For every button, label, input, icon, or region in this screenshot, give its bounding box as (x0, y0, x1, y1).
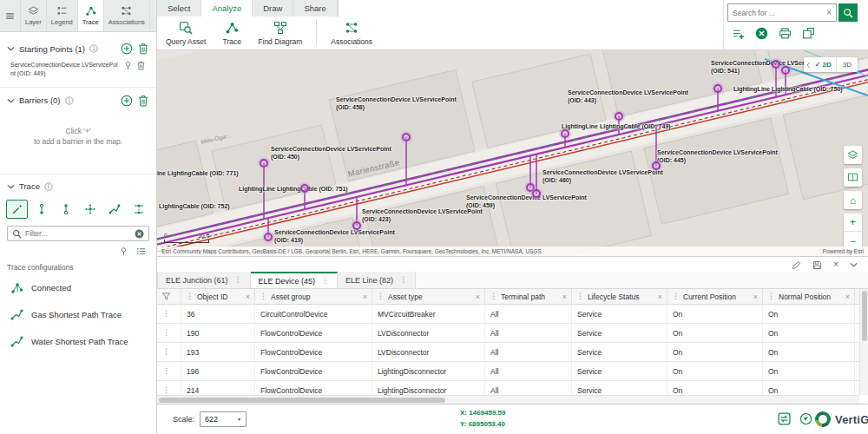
ribbon-tab-select[interactable]: Select (157, 0, 201, 16)
isolation-trace-tool[interactable] (128, 200, 149, 219)
upstream-trace-tool[interactable] (30, 200, 52, 219)
ribbon-tab-draw[interactable]: Draw (253, 0, 293, 16)
locate-icon[interactable] (799, 412, 812, 425)
drag-handle-icon[interactable]: ⋮ (260, 293, 267, 300)
trace-config-item[interactable]: Water Shortest Path Trace (0, 328, 156, 355)
ribbon-tab-share[interactable]: Share (293, 0, 337, 16)
zoom-in-button[interactable]: + (844, 214, 862, 232)
mode-3d-button[interactable]: 3D (837, 61, 858, 69)
row-menu-icon[interactable]: ⋮ (162, 348, 170, 356)
search-button[interactable] (838, 3, 858, 22)
clear-search-icon[interactable]: × (826, 9, 832, 17)
select-on-map-icon[interactable] (119, 247, 128, 256)
filter-input[interactable] (25, 229, 131, 238)
associations-button[interactable]: Associations (325, 17, 378, 49)
info-icon[interactable] (89, 44, 98, 53)
table-row[interactable]: ⋮196FlowControlDeviceLightingDisconnecto… (157, 362, 868, 381)
collapse-panel-icon[interactable] (850, 262, 858, 267)
result-tab[interactable]: ELE Junction (61)⋮ (157, 272, 251, 288)
row-menu-icon[interactable]: ⋮ (162, 310, 170, 318)
drag-handle-icon[interactable]: ⋮ (377, 293, 385, 300)
drag-handle-icon[interactable]: ⋮ (672, 293, 680, 300)
result-tab[interactable]: ELE Device (45)⋮ (251, 272, 339, 288)
ribbon-tab-analyze[interactable]: Analyze (201, 0, 253, 16)
clear-barriers-icon[interactable] (137, 95, 149, 107)
vertical-scrollbar[interactable] (859, 289, 868, 395)
drag-handle-icon[interactable]: ⋮ (186, 293, 194, 300)
tab-menu-icon[interactable]: ⋮ (234, 276, 242, 284)
column-header-object-id[interactable]: ⋮Object ID× (181, 289, 255, 304)
chevron-down-icon[interactable] (7, 184, 15, 189)
sidebar-tab-associations[interactable]: Associations (104, 0, 150, 31)
info-icon[interactable] (44, 182, 53, 191)
delete-icon[interactable] (136, 61, 146, 70)
result-tab[interactable]: ELE Line (82)⋮ (338, 272, 416, 288)
sidebar-tab-layer[interactable]: Layer (21, 0, 47, 31)
close-panel-icon[interactable]: × (833, 260, 838, 269)
list-view-icon[interactable] (136, 247, 146, 256)
coordinate-system-icon[interactable] (778, 412, 791, 425)
table-row[interactable]: ⋮193FlowControlDeviceLVDisconnectorAllSe… (157, 343, 868, 362)
column-header-normal-position[interactable]: ⋮Normal Position× (763, 289, 855, 304)
column-header-current-position[interactable]: ⋮Current Position× (667, 289, 763, 304)
trace-config-item[interactable]: Connected (0, 274, 156, 301)
sidebar-tab-trace[interactable]: Trace (78, 0, 104, 31)
horizontal-scrollbar[interactable] (157, 395, 859, 404)
row-menu-icon[interactable]: ⋮ (162, 386, 170, 394)
remove-column-icon[interactable]: × (363, 293, 367, 301)
starting-point-item[interactable]: ServiceConnectionDevice LVServicePoint (… (0, 60, 156, 87)
table-row[interactable]: ⋮190FlowControlDeviceLVDisconnectorAllSe… (157, 324, 868, 343)
column-header-asset-type[interactable]: ⋮Asset type× (372, 289, 485, 304)
column-header-asset-group[interactable]: ⋮Asset group× (255, 289, 372, 304)
downstream-trace-tool[interactable] (55, 200, 76, 219)
row-menu-icon[interactable]: ⋮ (162, 329, 170, 337)
add-data-icon[interactable] (732, 27, 745, 40)
trace-button[interactable]: Trace (212, 17, 252, 49)
sidebar-menu-tab[interactable] (0, 0, 21, 31)
layers-tool-button[interactable] (844, 146, 862, 164)
drag-handle-icon[interactable]: ⋮ (767, 293, 775, 300)
find-diagram-button[interactable]: Find Diagram (252, 17, 308, 49)
trace-wand-tool[interactable] (6, 200, 28, 219)
locate-icon[interactable] (123, 61, 133, 70)
print-icon[interactable] (779, 27, 792, 40)
tab-menu-icon[interactable]: ⋮ (399, 276, 407, 284)
bookmarks-tool-button[interactable] (844, 168, 862, 187)
export-map-icon[interactable] (802, 27, 815, 40)
drag-handle-icon[interactable]: ⋮ (490, 293, 497, 300)
search-input[interactable] (733, 9, 824, 17)
table-row[interactable]: ⋮36CircuitControlDeviceMVCircuitBreakerA… (157, 305, 868, 324)
edit-icon[interactable] (792, 260, 801, 270)
remove-column-icon[interactable]: × (246, 293, 250, 301)
save-icon[interactable] (812, 260, 822, 270)
home-button[interactable]: ⌂ (844, 191, 862, 209)
clear-filter-icon[interactable] (135, 229, 144, 239)
chevron-down-icon[interactable] (7, 46, 15, 51)
column-header-lifecycle-status[interactable]: ⋮Lifecycle Status× (572, 289, 667, 304)
add-starting-point-icon[interactable] (121, 43, 133, 55)
cancel-icon[interactable] (755, 27, 768, 40)
shortest-path-trace-tool[interactable] (103, 200, 125, 219)
trace-config-item[interactable]: Gas Shortest Path Trace (0, 301, 156, 328)
remove-column-icon[interactable]: × (476, 293, 480, 301)
subnetwork-trace-tool[interactable] (79, 200, 101, 219)
info-icon[interactable] (65, 96, 74, 105)
remove-column-icon[interactable]: × (658, 293, 662, 301)
row-menu-icon[interactable]: ⋮ (162, 367, 170, 375)
sidebar-tab-legend[interactable]: Legend (47, 0, 78, 31)
drag-handle-icon[interactable]: ⋮ (576, 293, 584, 300)
remove-column-icon[interactable]: × (753, 293, 758, 301)
chevron-down-icon[interactable] (7, 98, 15, 103)
filter-column-header[interactable] (157, 289, 181, 304)
map-view[interactable]: ServiceConnectionDevice LVServicePoint(O… (157, 50, 868, 256)
chevron-left-icon[interactable] (806, 62, 811, 69)
query-asset-button[interactable]: Query Asset (160, 17, 212, 49)
add-barrier-icon[interactable] (121, 95, 133, 107)
remove-column-icon[interactable]: × (562, 293, 567, 301)
column-header-terminal-path[interactable]: ⋮Terminal path× (485, 289, 572, 304)
tab-menu-icon[interactable]: ⋮ (321, 277, 329, 285)
remove-column-icon[interactable]: × (845, 293, 850, 301)
clear-starting-points-icon[interactable] (137, 43, 149, 55)
scale-select[interactable]: 622 ▼ (200, 411, 247, 427)
mode-2d-button[interactable]: ✓2D (813, 57, 837, 72)
